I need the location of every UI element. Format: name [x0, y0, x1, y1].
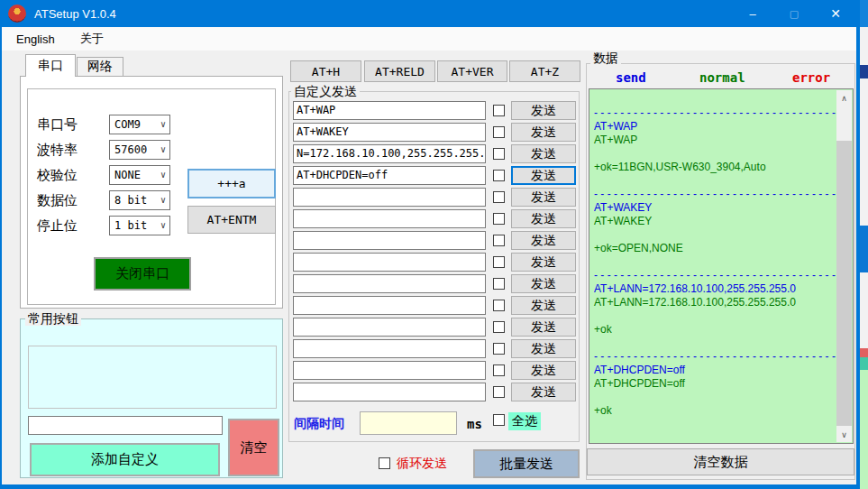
- send-button[interactable]: 发送: [511, 188, 576, 207]
- scrollbar-down-button[interactable]: ∨: [836, 427, 852, 442]
- close-serial-button[interactable]: 关闭串口: [94, 257, 191, 291]
- field-combobox[interactable]: 1 bit∨: [109, 216, 170, 235]
- quick-button-at-z[interactable]: AT+Z: [509, 60, 580, 82]
- log-line: AT+DHCPDEN=off: [594, 377, 836, 391]
- custom-send-input[interactable]: [293, 296, 486, 315]
- data-panel: sendnormalerror - - - - - - - - - - - - …: [586, 63, 855, 480]
- custom-send-input[interactable]: [293, 274, 486, 293]
- custom-send-input[interactable]: AT+WAP: [293, 101, 486, 120]
- chevron-down-icon: ∨: [160, 196, 166, 205]
- custom-send-input[interactable]: AT+WAKEY: [293, 123, 486, 142]
- log-line: [594, 228, 836, 242]
- scrollbar-thumb[interactable]: [836, 141, 852, 426]
- custom-send-checkbox[interactable]: [493, 148, 505, 160]
- background-fragment: [860, 0, 868, 27]
- at-entm-button[interactable]: AT+ENTM: [187, 206, 276, 234]
- custom-send-input[interactable]: [293, 383, 486, 401]
- loop-send-checkbox[interactable]: [379, 457, 390, 469]
- custom-send-input[interactable]: AT+DHCPDEN=off: [293, 166, 486, 185]
- quick-button-at-reld[interactable]: AT+RELD: [364, 60, 435, 82]
- custom-send-input[interactable]: [293, 231, 486, 250]
- log-line: +ok=OPEN,NONE: [594, 242, 836, 255]
- send-button[interactable]: 发送: [511, 123, 576, 142]
- send-button[interactable]: 发送: [511, 318, 576, 337]
- custom-name-input[interactable]: [28, 416, 223, 435]
- title-bar: ATSetup V1.0.4 – ▢ ✕: [0, 0, 860, 27]
- custom-send-input[interactable]: [293, 188, 486, 207]
- field-combobox[interactable]: 57600∨: [109, 140, 170, 160]
- quick-button-at-h[interactable]: AT+H: [290, 60, 361, 82]
- tab-strip: 串口网络: [25, 54, 124, 77]
- custom-send-input[interactable]: [293, 361, 486, 380]
- data-panel-title: 数据: [590, 51, 621, 67]
- custom-send-checkbox[interactable]: [493, 105, 505, 116]
- menu-item-about[interactable]: 关于: [80, 31, 104, 47]
- field-combobox[interactable]: NONE∨: [109, 165, 170, 185]
- log-area[interactable]: - - - - - - - - - - - - - - - - - - - - …: [589, 88, 854, 444]
- app-logo-icon: [8, 5, 26, 23]
- custom-send-checkbox[interactable]: [493, 278, 505, 290]
- custom-send-group: 自定义发送 AT+WAP发送AT+WAKEY发送N=172.168.10.100…: [288, 91, 580, 442]
- custom-send-checkbox[interactable]: [493, 170, 505, 181]
- send-button[interactable]: 发送: [511, 383, 576, 401]
- send-button[interactable]: 发送: [511, 101, 576, 120]
- custom-send-checkbox[interactable]: [493, 256, 505, 268]
- common-buttons-title: 常用按钮: [25, 311, 81, 326]
- custom-send-input[interactable]: [293, 209, 486, 228]
- scrollbar-up-button[interactable]: ∧: [836, 90, 852, 106]
- custom-send-checkbox[interactable]: [493, 213, 505, 225]
- send-button[interactable]: 发送: [511, 274, 576, 293]
- log-line: [594, 174, 836, 188]
- serial-form: +++a AT+ENTM 关闭串口 串口号COM9∨波特率57600∨校验位NO…: [27, 88, 276, 305]
- chevron-down-icon: ∨: [160, 145, 166, 154]
- select-all-checkbox[interactable]: [493, 414, 505, 426]
- send-button[interactable]: 发送: [511, 144, 576, 163]
- background-fragment: [860, 226, 868, 272]
- custom-send-checkbox[interactable]: [493, 364, 505, 376]
- send-button[interactable]: 发送: [511, 231, 576, 250]
- custom-send-input[interactable]: [293, 339, 486, 358]
- custom-send-input[interactable]: N=172.168.10.100,255.255.255.0: [293, 144, 486, 163]
- clear-common-button[interactable]: 清空: [228, 419, 279, 476]
- window-border-bottom: [0, 484, 860, 489]
- custom-send-checkbox[interactable]: [493, 386, 505, 398]
- send-button[interactable]: 发送: [511, 209, 576, 228]
- custom-send-checkbox[interactable]: [493, 235, 505, 246]
- tab-network[interactable]: 网络: [77, 57, 123, 77]
- tab-serial[interactable]: 串口: [25, 54, 76, 77]
- custom-send-checkbox[interactable]: [493, 191, 505, 203]
- log-line: AT+LANN=172.168.10.100,255.255.255.0: [594, 282, 836, 296]
- send-button[interactable]: 发送: [511, 253, 576, 272]
- app-window: ATSetup V1.0.4 – ▢ ✕ English关于 串口网络 +++a…: [0, 0, 860, 489]
- combo-value: 8 bit: [114, 194, 147, 207]
- custom-send-input[interactable]: [293, 253, 486, 272]
- window-border-left: [0, 27, 2, 489]
- menu-item-english[interactable]: English: [16, 32, 55, 46]
- clear-data-button[interactable]: 清空数据: [587, 448, 854, 475]
- log-line: AT+LANN=172.168.10.100,255.255.255.0: [594, 296, 836, 309]
- batch-send-button[interactable]: 批量发送: [473, 449, 580, 478]
- log-line: [594, 309, 836, 323]
- field-combobox[interactable]: COM9∨: [109, 115, 170, 134]
- escape-sequence-button[interactable]: +++a: [187, 169, 276, 198]
- custom-send-input[interactable]: [293, 318, 486, 337]
- interval-time-input[interactable]: [360, 411, 457, 435]
- quick-button-at-ver[interactable]: AT+VER: [437, 60, 507, 82]
- screen: ATSetup V1.0.4 – ▢ ✕ English关于 串口网络 +++a…: [0, 0, 868, 489]
- send-button[interactable]: 发送: [511, 296, 576, 315]
- send-button[interactable]: 发送: [511, 361, 576, 380]
- common-buttons-list[interactable]: [28, 346, 277, 409]
- field-combobox[interactable]: 8 bit∨: [109, 190, 170, 210]
- send-button[interactable]: 发送: [511, 339, 576, 358]
- minimize-button[interactable]: –: [732, 0, 773, 27]
- close-button[interactable]: ✕: [815, 0, 856, 27]
- custom-send-checkbox[interactable]: [493, 321, 505, 333]
- custom-send-checkbox[interactable]: [493, 126, 505, 138]
- maximize-button[interactable]: ▢: [773, 0, 815, 27]
- custom-send-checkbox[interactable]: [493, 300, 505, 311]
- log-scrollbar[interactable]: ∧ ∨: [836, 90, 852, 442]
- select-all-label: 全选: [508, 412, 541, 430]
- send-button[interactable]: 发送: [511, 166, 576, 185]
- custom-send-checkbox[interactable]: [493, 343, 505, 355]
- add-custom-button[interactable]: 添加自定义: [30, 443, 220, 476]
